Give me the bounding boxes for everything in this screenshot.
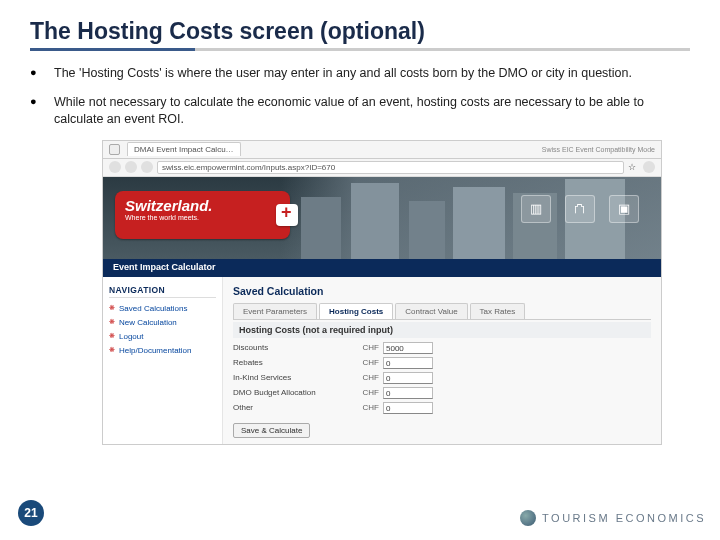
saved-calc-heading: Saved Calculation <box>233 285 651 297</box>
tab-contract-value[interactable]: Contract Value <box>395 303 467 319</box>
embedded-screenshot: DMAI Event Impact Calcu… Swiss EIC Event… <box>102 140 662 445</box>
currency-label: CHF <box>353 343 379 352</box>
sidebar-heading: NAVIGATION <box>109 285 216 298</box>
banner-icon-row: ▥ ⛫ ▣ <box>521 195 639 223</box>
bullet-list: The 'Hosting Costs' is where the user ma… <box>30 65 690 128</box>
tab-hosting-costs[interactable]: Hosting Costs <box>319 303 393 319</box>
brand-tagline: Where the world meets. <box>125 214 280 221</box>
currency-label: CHF <box>353 388 379 397</box>
brand-name: Switzerland. <box>125 197 280 214</box>
reload-button[interactable] <box>141 161 153 173</box>
save-calculate-button[interactable]: Save & Calculate <box>233 423 310 438</box>
sidebar-nav: NAVIGATION Saved Calculations New Calcul… <box>103 277 223 444</box>
back-button[interactable] <box>109 161 121 173</box>
currency-label: CHF <box>353 403 379 412</box>
label-rebates: Rebates <box>233 358 353 367</box>
label-discounts: Discounts <box>233 343 353 352</box>
building-icon[interactable]: ⛫ <box>565 195 595 223</box>
input-inkind[interactable]: 0 <box>383 372 433 384</box>
currency-label: CHF <box>353 358 379 367</box>
globe-icon <box>520 510 536 526</box>
forward-button[interactable] <box>125 161 137 173</box>
sidebar-item-help[interactable]: Help/Documentation <box>109 346 216 355</box>
label-other: Other <box>233 403 353 412</box>
sidebar-item-logout[interactable]: Logout <box>109 332 216 341</box>
main-panel: Saved Calculation Event Parameters Hosti… <box>223 277 661 444</box>
row-dmo-budget: DMO Budget Allocation CHF 0 <box>233 387 651 399</box>
currency-label: CHF <box>353 373 379 382</box>
tab-tax-rates[interactable]: Tax Rates <box>470 303 526 319</box>
slide-title: The Hosting Costs screen (optional) <box>30 18 690 45</box>
row-discounts: Discounts CHF 5000 <box>233 342 651 354</box>
bullet-item: The 'Hosting Costs' is where the user ma… <box>30 65 690 82</box>
window-control[interactable] <box>109 144 120 155</box>
site-banner: Switzerland. Where the world meets. ▥ ⛫ … <box>103 177 661 259</box>
url-input[interactable]: swiss.eic.empowermint.com/Inputs.aspx?ID… <box>157 161 624 174</box>
swiss-plus-icon <box>276 204 298 226</box>
tab-row: Event Parameters Hosting Costs Contract … <box>233 303 651 320</box>
compat-caption: Swiss EIC Event Compatibility Mode <box>542 146 655 153</box>
input-other[interactable]: 0 <box>383 402 433 414</box>
row-rebates: Rebates CHF 0 <box>233 357 651 369</box>
browser-tab-bar: DMAI Event Impact Calcu… Swiss EIC Event… <box>103 141 661 159</box>
row-other: Other CHF 0 <box>233 402 651 414</box>
browser-url-bar: swiss.eic.empowermint.com/Inputs.aspx?ID… <box>103 159 661 177</box>
title-underline <box>30 48 690 51</box>
browser-tab[interactable]: DMAI Event Impact Calcu… <box>127 142 241 156</box>
footer-brand-text: TOURISM ECONOMICS <box>542 512 706 524</box>
input-dmo-budget[interactable]: 0 <box>383 387 433 399</box>
bullet-item: While not necessary to calculate the eco… <box>30 94 690 128</box>
brand-badge: Switzerland. Where the world meets. <box>115 191 290 239</box>
chart-icon[interactable]: ▥ <box>521 195 551 223</box>
page-number-badge: 21 <box>18 500 44 526</box>
form-subhead: Hosting Costs (not a required input) <box>233 322 651 338</box>
sidebar-item-saved[interactable]: Saved Calculations <box>109 304 216 313</box>
footer-brand: TOURISM ECONOMICS <box>520 510 706 526</box>
input-rebates[interactable]: 0 <box>383 357 433 369</box>
menu-button[interactable] <box>643 161 655 173</box>
row-inkind: In-Kind Services CHF 0 <box>233 372 651 384</box>
bookmark-icon[interactable]: ☆ <box>628 162 639 173</box>
label-inkind: In-Kind Services <box>233 373 353 382</box>
input-discounts[interactable]: 5000 <box>383 342 433 354</box>
tab-event-parameters[interactable]: Event Parameters <box>233 303 317 319</box>
app-title-bar: Event Impact Calculator <box>103 259 661 277</box>
bag-icon[interactable]: ▣ <box>609 195 639 223</box>
label-dmo-budget: DMO Budget Allocation <box>233 388 353 397</box>
sidebar-item-new[interactable]: New Calculation <box>109 318 216 327</box>
